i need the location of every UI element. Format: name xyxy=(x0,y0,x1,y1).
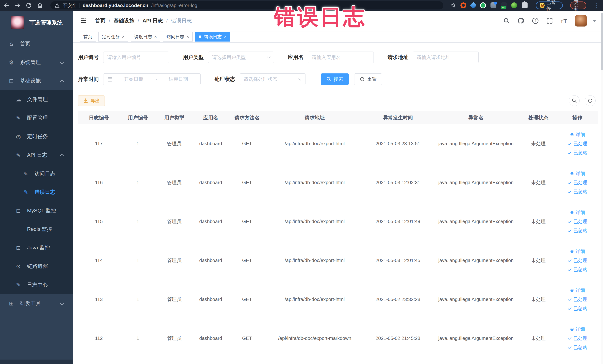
browser-reload-icon[interactable] xyxy=(26,2,32,9)
mark-processed-link[interactable]: 已处理 xyxy=(568,296,587,303)
fullscreen-icon[interactable] xyxy=(546,17,553,24)
user-id-input[interactable] xyxy=(107,55,165,60)
column-header: 请求地址 xyxy=(265,114,364,121)
breadcrumb-item[interactable]: 基础设施 xyxy=(114,17,134,24)
search-icon[interactable] xyxy=(503,17,510,24)
mark-ignored-link[interactable]: 已忽略 xyxy=(568,344,587,351)
tab-close-icon[interactable]: × xyxy=(224,35,227,39)
refresh-table-button[interactable] xyxy=(585,95,596,106)
toggle-search-button[interactable] xyxy=(569,95,580,106)
cell-method: GET xyxy=(229,180,265,186)
page-scrollbar[interactable] xyxy=(601,11,603,364)
sidebar-logo[interactable]: 芋道管理系统 xyxy=(0,11,73,35)
tab-close-icon[interactable]: × xyxy=(122,35,125,39)
address-bar[interactable]: 不安全 dashboard.yudao.iocoder.cn/infra/log… xyxy=(50,1,443,10)
menu-item-label: 访问日志 xyxy=(35,170,55,177)
sidebar-menu-item[interactable]: ✎ 错误日志 xyxy=(0,183,73,201)
github-icon[interactable] xyxy=(517,17,524,24)
mark-ignored-link[interactable]: 已忽略 xyxy=(568,305,587,312)
logo-image xyxy=(11,16,24,29)
breadcrumb-item[interactable]: 错误日志 xyxy=(171,17,192,24)
date-range-picker[interactable]: 开始日期 ~ 结束日期 xyxy=(103,73,201,85)
page-tab[interactable]: 首页 × xyxy=(80,32,96,42)
paused-badge-label: 已暂停 xyxy=(546,0,559,12)
eye-icon xyxy=(570,249,574,254)
user-avatar[interactable] xyxy=(575,15,587,26)
paused-badge[interactable]: 已暂停 xyxy=(536,1,563,9)
menu-item-label: 配置管理 xyxy=(27,114,48,121)
update-button[interactable]: 更新 xyxy=(570,1,586,9)
extension-icon-switch[interactable]: on xyxy=(501,2,507,8)
extension-icon-grid[interactable] xyxy=(490,2,496,8)
cell-user-type: 管理员 xyxy=(156,257,192,264)
page-tab-label: 定时任务 xyxy=(102,34,120,40)
page-tab[interactable]: 访问日志 × xyxy=(163,32,193,42)
detail-link[interactable]: 详细 xyxy=(570,170,585,176)
extensions-puzzle-icon[interactable] xyxy=(522,2,528,8)
export-button[interactable]: 导出 xyxy=(78,95,105,106)
tab-close-icon[interactable]: × xyxy=(154,35,157,39)
mark-processed-link[interactable]: 已处理 xyxy=(568,218,587,224)
sidebar-menu-item[interactable]: ✎ API 日志 xyxy=(0,146,73,164)
request-url-input[interactable] xyxy=(417,55,475,60)
detail-link[interactable]: 详细 xyxy=(570,326,585,332)
mark-processed-link[interactable]: 已处理 xyxy=(568,257,587,263)
detail-link[interactable]: 详细 xyxy=(570,287,585,293)
sidebar-menu-item[interactable]: ✎ 访问日志 xyxy=(0,164,73,183)
hamburger-icon[interactable] xyxy=(80,17,87,24)
reset-button[interactable]: 重置 xyxy=(354,73,382,85)
tab-close-icon[interactable]: × xyxy=(186,35,189,39)
sidebar-menu-item[interactable]: ⊞ 研发工具 xyxy=(0,294,73,313)
mark-processed-link[interactable]: 已处理 xyxy=(568,141,587,147)
sidebar-menu-item[interactable]: ☁ 文件管理 xyxy=(0,90,73,109)
sidebar-menu-item[interactable]: ⊟ 基础设施 xyxy=(0,71,73,90)
sidebar-menu-item[interactable]: ⊙ 链路追踪 xyxy=(0,257,73,276)
cell-user-type: 管理员 xyxy=(156,296,192,303)
page-tab[interactable]: 定时任务 × xyxy=(98,32,128,42)
user-type-select[interactable]: 请选择用户类型 xyxy=(208,52,274,63)
mark-processed-link[interactable]: 已处理 xyxy=(568,335,587,341)
extension-icon-gem[interactable] xyxy=(470,2,477,9)
browser-menu-icon[interactable]: ⋮ xyxy=(594,2,600,9)
browser-home-icon[interactable] xyxy=(37,2,43,9)
process-status-select[interactable]: 请选择处理状态 xyxy=(240,73,305,85)
sidebar-menu-item[interactable]: ✎ 配置管理 xyxy=(0,109,73,127)
sidebar-menu-item[interactable]: ⊡ Java 监控 xyxy=(0,238,73,257)
sidebar-menu-item[interactable]: ⌂ 首页 xyxy=(0,35,73,53)
detail-link[interactable]: 详细 xyxy=(570,248,585,254)
extension-icon-orange[interactable] xyxy=(461,2,466,8)
breadcrumb-item[interactable]: API 日志 xyxy=(142,17,163,24)
menu-item-label: 定时任务 xyxy=(27,133,48,140)
mark-ignored-link[interactable]: 已忽略 xyxy=(568,150,587,156)
search-button[interactable]: 搜索 xyxy=(321,73,349,85)
extension-icon-green-check[interactable] xyxy=(480,2,486,8)
browser-forward-icon[interactable] xyxy=(14,2,21,9)
sidebar-menu-item[interactable]: ◷ 定时任务 xyxy=(0,127,73,146)
detail-link[interactable]: 详细 xyxy=(570,131,585,138)
docs-help-icon[interactable] xyxy=(532,17,539,24)
bookmark-star-icon[interactable] xyxy=(451,3,456,8)
font-size-icon[interactable] xyxy=(560,17,568,24)
cell-exception-time: 2021-05-03 12:01:49 xyxy=(364,219,432,224)
mark-ignored-link[interactable]: 已忽略 xyxy=(568,267,587,273)
app-name-input[interactable] xyxy=(312,55,370,60)
cell-app-name: dashboard xyxy=(192,296,229,302)
sidebar-menu-item[interactable]: ✎ 日志中心 xyxy=(0,276,73,294)
cell-exception-name: java.lang.IllegalArgumentException xyxy=(432,219,520,224)
browser-back-icon[interactable] xyxy=(3,2,10,9)
extension-icon-leaf[interactable] xyxy=(511,2,517,8)
mark-processed-link[interactable]: 已处理 xyxy=(568,179,587,186)
menu-item-label: 系统管理 xyxy=(20,59,41,66)
user-menu-caret-icon[interactable] xyxy=(593,20,596,22)
breadcrumb-item[interactable]: 首页 xyxy=(95,17,105,24)
cell-status: 未处理 xyxy=(520,335,557,341)
detail-link[interactable]: 详细 xyxy=(570,209,585,215)
sidebar-menu-item[interactable]: ⊡ MySQL 监控 xyxy=(0,201,73,220)
scrollbar-thumb[interactable] xyxy=(601,13,603,70)
page-tab[interactable]: 调度日志 × xyxy=(131,32,160,42)
sidebar-menu-item[interactable]: ⚙ 系统管理 xyxy=(0,53,73,71)
sidebar-menu-item[interactable]: ≣ Redis 监控 xyxy=(0,220,73,238)
mark-ignored-link[interactable]: 已忽略 xyxy=(568,188,587,195)
mark-ignored-link[interactable]: 已忽略 xyxy=(568,227,587,234)
page-tab[interactable]: 错误日志 × xyxy=(195,32,230,42)
